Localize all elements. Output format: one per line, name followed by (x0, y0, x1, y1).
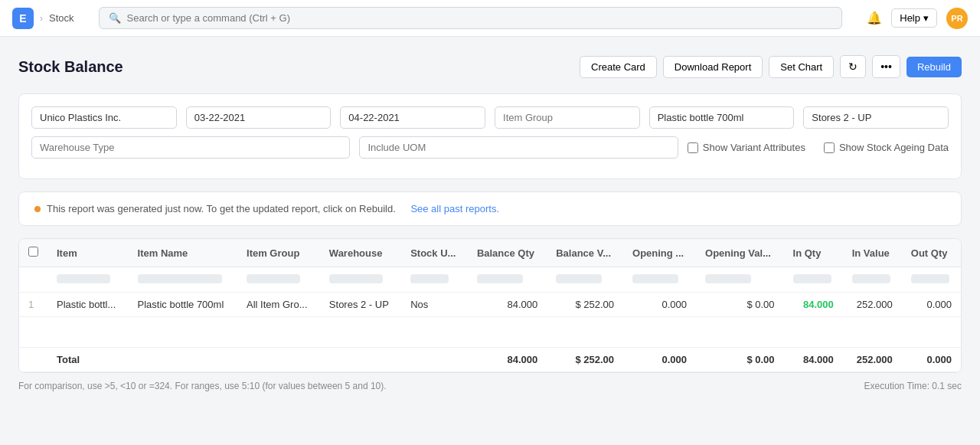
warehouse-filter[interactable] (803, 106, 949, 129)
cell-item: Plastic bottl... (47, 293, 129, 317)
filter-card: Show Variant Attributes Show Stock Agein… (18, 93, 962, 179)
col-opening-qty: Opening ... (623, 239, 696, 267)
banner-message: This report was generated just now. To g… (47, 203, 396, 214)
cell-out-qty: 0.000 (902, 293, 961, 317)
show-ageing-label: Show Stock Ageing Data (839, 142, 949, 153)
col-balance-qty: Balance Qty (468, 239, 547, 267)
item-group-filter[interactable] (495, 106, 640, 129)
date-from-filter[interactable] (186, 106, 332, 129)
refresh-button[interactable]: ↻ (840, 55, 866, 78)
header-actions: Create Card Download Report Set Chart ↻ … (580, 55, 962, 78)
info-banner: This report was generated just now. To g… (18, 191, 962, 226)
cell-in-qty: 84.000 (784, 293, 843, 317)
help-button[interactable]: Help ▾ (891, 8, 937, 28)
cell-item-group: All Item Gro... (237, 293, 320, 317)
app-logo: E (12, 8, 34, 29)
chevron-down-icon: ▾ (923, 12, 929, 24)
breadcrumb-chevron: › (40, 13, 43, 24)
col-stock-uom: Stock U... (401, 239, 468, 267)
cell-item-name: Plastic bottle 700ml (129, 293, 237, 317)
table-row: 1 Plastic bottl... Plastic bottle 700ml … (19, 293, 961, 317)
execution-time: Execution Time: 0.1 sec (864, 381, 962, 391)
avatar[interactable]: PR (946, 8, 968, 29)
cell-warehouse: Stores 2 - UP (320, 293, 401, 317)
spacer-row (19, 317, 961, 348)
total-balance-value: $ 252.00 (547, 348, 623, 372)
col-opening-val: Opening Val... (696, 239, 784, 267)
status-dot (34, 206, 41, 212)
show-ageing-checkbox[interactable]: Show Stock Ageing Data (824, 142, 949, 153)
select-all-checkbox[interactable] (28, 247, 38, 257)
filter-row (19, 267, 961, 293)
cell-stock-uom: Nos (401, 293, 468, 317)
filter-row-1 (31, 106, 949, 129)
breadcrumb-stock[interactable]: Stock (49, 12, 74, 24)
show-ageing-input[interactable] (824, 142, 835, 153)
rebuild-button[interactable]: Rebuild (906, 57, 962, 77)
col-checkbox (19, 239, 47, 267)
search-icon: 🔍 (109, 12, 121, 24)
row-num: 1 (19, 293, 47, 317)
col-item-name: Item Name (129, 239, 237, 267)
help-label: Help (900, 12, 920, 24)
total-label: Total (47, 348, 129, 372)
cell-balance-qty: 84.000 (468, 293, 547, 317)
filter-row-2: Show Variant Attributes Show Stock Agein… (31, 136, 949, 159)
footer: For comparison, use >5, <10 or =324. For… (18, 373, 962, 391)
search-input[interactable] (127, 12, 833, 24)
filter-checkboxes: Show Variant Attributes Show Stock Agein… (688, 136, 949, 159)
total-in-qty: 84.000 (784, 348, 843, 372)
notification-icon[interactable]: 🔔 (867, 11, 882, 25)
total-balance-qty: 84.000 (468, 348, 547, 372)
date-to-filter[interactable] (340, 106, 485, 129)
total-in-value: 252.000 (843, 348, 902, 372)
set-chart-button[interactable]: Set Chart (769, 56, 834, 78)
data-table: Item Item Name Item Group Warehouse Stoc… (19, 239, 961, 372)
show-variant-label: Show Variant Attributes (703, 142, 805, 153)
cell-opening-qty: 0.000 (623, 293, 696, 317)
total-opening-val: $ 0.00 (696, 348, 784, 372)
col-balance-value: Balance V... (547, 239, 623, 267)
more-options-button[interactable]: ••• (872, 55, 900, 78)
include-uom-filter[interactable] (359, 136, 678, 159)
search-bar[interactable]: 🔍 (99, 7, 843, 29)
show-variant-input[interactable] (688, 142, 698, 153)
past-reports-link[interactable]: See all past reports. (410, 203, 499, 214)
company-filter[interactable] (31, 106, 177, 129)
footer-hint: For comparison, use >5, <10 or =324. For… (18, 381, 387, 391)
show-variant-checkbox[interactable]: Show Variant Attributes (688, 142, 805, 153)
download-report-button[interactable]: Download Report (663, 56, 763, 78)
total-row: Total 84.000 $ 252.00 0.000 $ 0.00 84.00… (19, 348, 961, 372)
col-in-value: In Value (843, 239, 902, 267)
col-out-qty: Out Qty (902, 239, 961, 267)
total-opening-qty: 0.000 (623, 348, 696, 372)
create-card-button[interactable]: Create Card (580, 56, 657, 78)
cell-opening-val: $ 0.00 (696, 293, 784, 317)
col-warehouse: Warehouse (320, 239, 401, 267)
warehouse-type-filter[interactable] (31, 136, 350, 159)
cell-balance-value: $ 252.00 (547, 293, 623, 317)
data-table-wrapper: Item Item Name Item Group Warehouse Stoc… (18, 238, 962, 373)
col-item-group: Item Group (237, 239, 320, 267)
total-out-qty: 0.000 (902, 348, 961, 372)
page-title: Stock Balance (18, 58, 123, 76)
table-header-row: Item Item Name Item Group Warehouse Stoc… (19, 239, 961, 267)
cell-in-value: 252.000 (843, 293, 902, 317)
col-item: Item (47, 239, 129, 267)
item-name-filter[interactable] (649, 106, 795, 129)
col-in-qty: In Qty (784, 239, 843, 267)
